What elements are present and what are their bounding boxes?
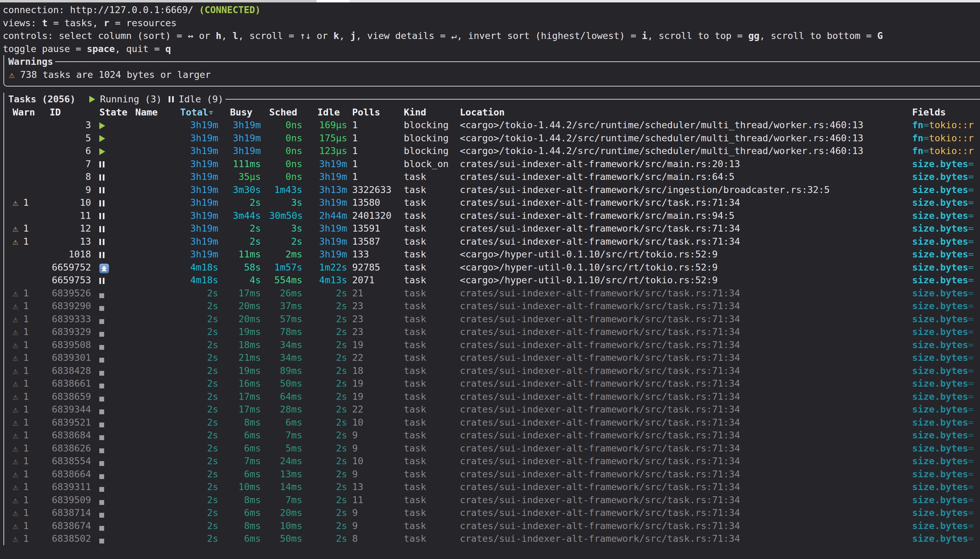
task-row[interactable]: ⚠1 6838502 2s 6ms 50ms 2s 8 task crates/… <box>4 532 980 545</box>
duration-value: 64ms <box>280 391 303 402</box>
task-id: 6838684 <box>50 429 91 442</box>
duration-value: 19ms <box>238 326 261 337</box>
duration-value: 2s <box>336 417 347 428</box>
column-header-id[interactable]: ID <box>50 106 91 119</box>
task-row[interactable]: ⚠1 6838661 2s 16ms 50ms 2s 19 task crate… <box>4 377 980 390</box>
total-duration: 3h19m <box>180 248 218 261</box>
duration-value: 57ms <box>280 314 303 324</box>
task-kind: task <box>404 364 455 377</box>
sched-duration: 0ns <box>269 132 303 145</box>
warn-cell: ⚠1 <box>12 442 30 455</box>
warning-triangle-icon: ⚠ <box>12 404 18 415</box>
task-row[interactable]: ⚠1 6839521 2s 8ms 6ms 2s 10 task crates/… <box>4 416 980 429</box>
busy-duration: 21ms <box>230 351 261 364</box>
column-header-idle[interactable]: Idle <box>318 106 347 119</box>
total-duration: 3h19m <box>180 235 218 248</box>
task-row[interactable]: ⚠1 6838714 2s 6ms 20ms 2s 9 task crates/… <box>4 506 980 519</box>
task-row[interactable]: ⚠1 6838684 2s 6ms 7ms 2s 9 task crates/s… <box>4 429 980 442</box>
task-fields: size.bytes= <box>912 351 980 364</box>
duration-value: 6ms <box>286 417 303 428</box>
task-kind: task <box>404 429 455 442</box>
column-header-busy[interactable]: Busy <box>230 106 261 119</box>
duration-value: 14ms <box>280 481 303 492</box>
task-row[interactable]: 1018 3h19m 11ms 2ms 3h19m 133 task <carg… <box>4 248 980 261</box>
text-segment: , scroll to bottom = <box>760 30 877 41</box>
field-key: size.bytes <box>912 288 968 298</box>
task-row[interactable]: ⚠1 6838554 2s 7ms 24ms 2s 10 task crates… <box>4 455 980 468</box>
column-header-fields[interactable]: Fields <box>912 106 980 119</box>
task-fields: size.bytes= <box>912 493 980 507</box>
task-row[interactable]: 7 3h19m 111ms 0ns 3h19m 1 block_on crate… <box>4 157 980 170</box>
sched-duration: 57ms <box>269 313 303 326</box>
task-row[interactable]: ⚠1 6838659 2s 17ms 64ms 2s 19 task crate… <box>4 390 980 403</box>
task-row[interactable]: 6659753 4m18s 4s 554ms 4m13s 2071 task <… <box>4 274 980 287</box>
stopped-icon <box>99 513 104 518</box>
field-equals: = <box>924 133 929 143</box>
warn-cell: ⚠1 <box>12 416 30 429</box>
task-row[interactable]: 5 3h19m 3h19m 0ns 175µs 1 blocking <carg… <box>4 132 980 145</box>
polls-count: 22 <box>352 403 399 416</box>
task-row[interactable]: ⚠1 12 3h19m 2s 3s 3h19m 13591 task crate… <box>4 222 980 235</box>
task-row[interactable]: ⚠1 6839290 2s 20ms 37ms 2s 23 task crate… <box>4 299 980 313</box>
task-row[interactable]: 11 3h19m 3m44s 30m50s 2h44m 2401320 task… <box>4 209 980 222</box>
task-row[interactable]: 6659752 4m18s 58s 1m57s 1m22s 92785 task… <box>4 261 980 274</box>
column-header-polls[interactable]: Polls <box>352 106 399 119</box>
task-row[interactable]: ⚠1 6838674 2s 8ms 10ms 2s 9 task crates/… <box>4 519 980 533</box>
duration-value: 6ms <box>244 443 261 453</box>
task-row[interactable]: ⚠1 13 3h19m 2s 2s 3h19m 13587 task crate… <box>4 235 980 248</box>
column-header-kind[interactable]: Kind <box>404 106 455 119</box>
task-row[interactable]: ⚠1 6838428 2s 19ms 89ms 2s 18 task crate… <box>4 364 980 377</box>
polls-count: 13 <box>352 480 399 493</box>
task-row[interactable]: 6 3h19m 3h19m 0ns 123µs 1 blocking <carg… <box>4 144 980 157</box>
idle-duration: 2s <box>318 416 347 429</box>
polls-count: 9 <box>352 519 399 533</box>
task-kind: task <box>404 403 455 416</box>
task-row[interactable]: ⚠1 6839333 2s 20ms 57ms 2s 23 task crate… <box>4 313 980 326</box>
warn-cell: ⚠1 <box>12 519 30 533</box>
field-equals: = <box>968 159 974 169</box>
task-name <box>135 455 172 468</box>
connection-status: (CONNECTED) <box>199 5 261 15</box>
text-segment: t <box>42 18 48 28</box>
task-fields: size.bytes= <box>912 506 980 519</box>
field-equals: = <box>968 339 974 350</box>
column-header-state[interactable]: State <box>99 106 133 119</box>
task-row[interactable]: ⚠1 6839329 2s 19ms 78ms 2s 23 task crate… <box>4 325 980 338</box>
state-cell <box>99 338 133 352</box>
polls-count: 133 <box>352 248 399 261</box>
task-kind: task <box>404 338 455 352</box>
column-header-sched[interactable]: Sched <box>269 106 303 119</box>
column-header-name[interactable]: Name <box>135 106 172 119</box>
task-row[interactable]: ⚠1 6838664 2s 6ms 13ms 2s 9 task crates/… <box>4 468 980 481</box>
paused-icon <box>169 93 174 106</box>
task-row[interactable]: ⚠1 6839301 2s 21ms 34ms 2s 22 task crate… <box>4 351 980 364</box>
field-key: size.bytes <box>912 456 968 466</box>
task-row[interactable]: ⚠1 6839509 2s 8ms 7ms 2s 11 task crates/… <box>4 493 980 507</box>
warn-cell: ⚠1 <box>12 377 30 390</box>
tasks-panel-title: Tasks (2056) <box>8 93 76 106</box>
task-row[interactable]: ⚠1 6839508 2s 18ms 34ms 2s 19 task crate… <box>4 338 980 352</box>
task-row[interactable]: ⚠1 6839526 2s 17ms 26ms 2s 21 task crate… <box>4 287 980 300</box>
task-row[interactable]: 8 3h19m 35µs 0ns 3h19m 1 task crates/sui… <box>4 170 980 184</box>
task-id: 3 <box>50 119 91 132</box>
polls-count: 23 <box>352 325 399 338</box>
task-row[interactable]: ⚠1 6839311 2s 10ms 14ms 2s 13 task crate… <box>4 480 980 493</box>
duration-value: 17ms <box>238 404 261 415</box>
duration-value: 3h19m <box>190 184 218 195</box>
total-duration: 2s <box>180 390 218 403</box>
column-header-location[interactable]: Location <box>460 106 907 119</box>
task-row[interactable]: ⚠1 10 3h19m 2s 3s 3h19m 13580 task crate… <box>4 196 980 209</box>
column-header-warn[interactable]: Warn <box>12 106 30 119</box>
idle-duration: 3h19m <box>318 170 347 184</box>
warning-triangle-icon: ⚠ <box>12 520 18 531</box>
task-fields: size.bytes= <box>912 261 980 274</box>
duration-value: 1m57s <box>274 262 302 273</box>
polls-count: 2071 <box>352 274 399 287</box>
duration-value: 2s <box>336 533 347 544</box>
task-row[interactable]: 3 3h19m 3h19m 0ns 169µs 1 blocking <carg… <box>4 119 980 132</box>
column-header-total-sorted[interactable]: Total▿ <box>180 106 218 119</box>
task-row[interactable]: 9 3h19m 3m30s 1m43s 3h13m 3322633 task c… <box>4 184 980 197</box>
task-row[interactable]: ⚠1 6838626 2s 6ms 5ms 2s 9 task crates/s… <box>4 442 980 455</box>
task-row[interactable]: ⚠1 6839344 2s 17ms 28ms 2s 22 task crate… <box>4 403 980 416</box>
total-duration: 2s <box>180 429 218 442</box>
